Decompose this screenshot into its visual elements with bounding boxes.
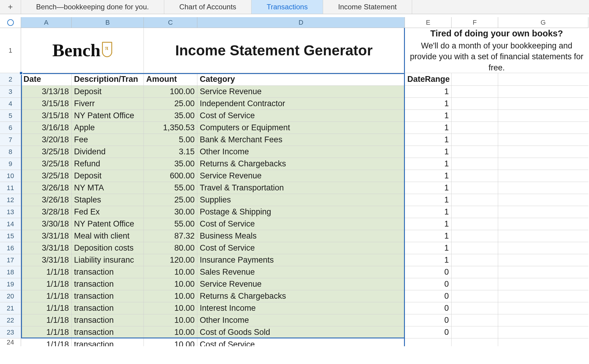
col-header-e[interactable]: E: [405, 17, 452, 28]
cell-date[interactable]: 3/26/18: [21, 194, 72, 206]
cell-category[interactable]: Postage & Shipping: [197, 206, 405, 218]
cell-g[interactable]: [498, 278, 588, 290]
cell-daterange[interactable]: 0: [405, 290, 452, 302]
cell-daterange[interactable]: 1: [405, 170, 452, 182]
cell-g[interactable]: [498, 110, 588, 122]
row-header[interactable]: 14: [0, 218, 21, 230]
cell-f[interactable]: [452, 278, 498, 290]
cell-daterange[interactable]: 1: [405, 242, 452, 254]
row-header[interactable]: 17: [0, 254, 21, 266]
cell-amount[interactable]: 80.00: [144, 242, 197, 254]
cell-date[interactable]: 1/1/18: [21, 314, 72, 326]
col-title-daterange[interactable]: DateRange: [405, 73, 452, 86]
row-header-1[interactable]: 1: [0, 28, 21, 73]
cell-daterange[interactable]: 1: [405, 230, 452, 242]
cell-description[interactable]: Deposit: [72, 170, 144, 182]
cell-category[interactable]: Independent Contractor: [197, 98, 405, 110]
cell-date[interactable]: 3/25/18: [21, 158, 72, 170]
cell-description[interactable]: Dividend: [72, 146, 144, 158]
cell-daterange[interactable]: 1: [405, 158, 452, 170]
row-header[interactable]: 18: [0, 266, 21, 278]
cell-category[interactable]: Service Revenue: [197, 170, 405, 182]
row-header[interactable]: 12: [0, 194, 21, 206]
cell-category[interactable]: Cost of Service: [197, 110, 405, 122]
cell-description[interactable]: transaction: [72, 326, 144, 338]
cell-description[interactable]: Staples: [72, 194, 144, 206]
cell-g[interactable]: [498, 158, 588, 170]
cell-category[interactable]: Insurance Payments: [197, 254, 405, 266]
col-header-g[interactable]: G: [498, 17, 588, 28]
cell-category[interactable]: Cost of Goods Sold: [197, 326, 405, 338]
cell-date[interactable]: 1/1/18: [21, 338, 72, 346]
cell-description[interactable]: Fed Ex: [72, 206, 144, 218]
row-header-2[interactable]: 2: [0, 73, 21, 86]
cell-description[interactable]: Refund: [72, 158, 144, 170]
cell-daterange[interactable]: 0: [405, 326, 452, 338]
row-header[interactable]: 6: [0, 122, 21, 134]
tab-transactions[interactable]: Transactions: [251, 0, 323, 14]
cell-f[interactable]: [452, 302, 498, 314]
cell-amount[interactable]: 55.00: [144, 218, 197, 230]
cell-amount[interactable]: 10.00: [144, 314, 197, 326]
cell-date[interactable]: 1/1/18: [21, 302, 72, 314]
cell-amount[interactable]: 87.32: [144, 230, 197, 242]
cell-amount[interactable]: 1,350.53: [144, 122, 197, 134]
cell-date[interactable]: 3/15/18: [21, 110, 72, 122]
cell-f[interactable]: [452, 242, 498, 254]
row-header[interactable]: 9: [0, 158, 21, 170]
row-header[interactable]: 16: [0, 242, 21, 254]
cell-category[interactable]: Cost of Service: [197, 242, 405, 254]
cell-amount[interactable]: 30.00: [144, 206, 197, 218]
col-header-f[interactable]: F: [452, 17, 498, 28]
cell-g[interactable]: [498, 134, 588, 146]
cell-g[interactable]: [498, 86, 588, 98]
select-all-corner[interactable]: [0, 17, 21, 28]
cell-date[interactable]: 3/15/18: [21, 98, 72, 110]
cell-daterange[interactable]: [405, 338, 452, 346]
cell-amount[interactable]: 3.15: [144, 146, 197, 158]
cell-g[interactable]: [498, 98, 588, 110]
row-header[interactable]: 21: [0, 302, 21, 314]
cell-amount[interactable]: 10.00: [144, 290, 197, 302]
cell-g[interactable]: [498, 242, 588, 254]
cell-f[interactable]: [452, 338, 498, 346]
cell-description[interactable]: transaction: [72, 278, 144, 290]
col-title-date[interactable]: Date: [21, 73, 72, 86]
cell-g[interactable]: [498, 194, 588, 206]
tab-chart-of-accounts[interactable]: Chart of Accounts: [164, 0, 251, 14]
cell-description[interactable]: transaction: [72, 314, 144, 326]
cell-date[interactable]: 3/25/18: [21, 170, 72, 182]
cell-description[interactable]: Fee: [72, 134, 144, 146]
row-header[interactable]: 22: [0, 314, 21, 326]
cell-amount[interactable]: 10.00: [144, 338, 197, 346]
cell-f[interactable]: [452, 110, 498, 122]
cell-f[interactable]: [452, 170, 498, 182]
cell-g[interactable]: [498, 182, 588, 194]
cell-daterange[interactable]: 1: [405, 86, 452, 98]
cell-description[interactable]: Deposition costs: [72, 242, 144, 254]
cell-date[interactable]: 3/31/18: [21, 242, 72, 254]
cell-amount[interactable]: 600.00: [144, 170, 197, 182]
cell-category[interactable]: Travel & Transportation: [197, 182, 405, 194]
cell-date[interactable]: 3/25/18: [21, 146, 72, 158]
row-header[interactable]: 7: [0, 134, 21, 146]
cell-daterange[interactable]: 0: [405, 266, 452, 278]
cell-category[interactable]: Supplies: [197, 194, 405, 206]
row-header[interactable]: 8: [0, 146, 21, 158]
cell-description[interactable]: transaction: [72, 302, 144, 314]
cell-amount[interactable]: 25.00: [144, 194, 197, 206]
tab-income-statement[interactable]: Income Statement: [323, 0, 412, 14]
cell-g[interactable]: [498, 338, 588, 346]
cell-g[interactable]: [498, 230, 588, 242]
cell-g[interactable]: [498, 314, 588, 326]
cell-category[interactable]: Cost of Service: [197, 218, 405, 230]
cell-date[interactable]: 3/13/18: [21, 86, 72, 98]
cell-amount[interactable]: 55.00: [144, 182, 197, 194]
cell-daterange[interactable]: 0: [405, 302, 452, 314]
cell-date[interactable]: 1/1/18: [21, 278, 72, 290]
cell-amount[interactable]: 35.00: [144, 158, 197, 170]
row-header[interactable]: 24: [0, 338, 21, 346]
col-title-amount[interactable]: Amount: [144, 73, 197, 86]
row-header[interactable]: 11: [0, 182, 21, 194]
cell-g[interactable]: [498, 170, 588, 182]
